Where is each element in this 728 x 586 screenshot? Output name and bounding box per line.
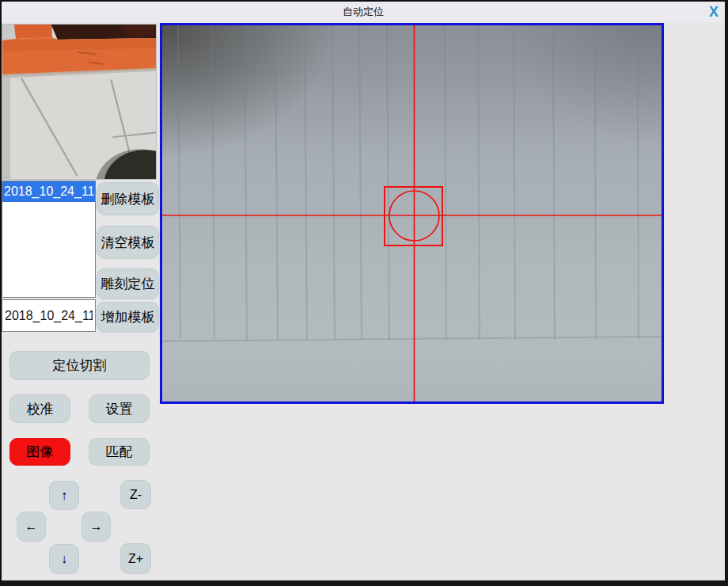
template-thumbnail [2, 24, 157, 180]
title-bar: 自动定位 [2, 2, 725, 22]
position-cut-button[interactable]: 定位切割 [9, 351, 150, 380]
camera-feed-image [162, 25, 662, 401]
template-name-input[interactable] [2, 299, 96, 332]
settings-button[interactable]: 设置 [89, 394, 150, 423]
add-template-button[interactable]: 增加模板 [97, 302, 159, 333]
window-title: 自动定位 [343, 5, 384, 19]
calibrate-button[interactable]: 校准 [9, 394, 70, 423]
delete-template-button[interactable]: 删除模板 [97, 182, 159, 215]
camera-view [160, 23, 664, 404]
jog-z-plus-button[interactable]: Z+ [120, 543, 151, 574]
jog-z-minus-button[interactable]: Z- [120, 480, 151, 509]
close-icon[interactable]: X [704, 3, 723, 21]
auto-positioning-window: 自动定位 X [0, 0, 728, 586]
jog-up-button[interactable]: ↑ [49, 481, 79, 510]
engrave-position-button[interactable]: 雕刻定位 [97, 268, 159, 299]
template-list-item[interactable]: 2018_10_24_11 [2, 181, 95, 202]
template-thumbnail-image [2, 25, 156, 179]
template-list: 2018_10_24_11 [2, 181, 96, 298]
image-button[interactable]: 图像 [9, 438, 70, 466]
jog-right-button[interactable]: → [82, 512, 111, 542]
jog-down-button[interactable]: ↓ [49, 544, 79, 574]
match-button[interactable]: 匹配 [89, 438, 150, 466]
clear-templates-button[interactable]: 清空模板 [97, 226, 159, 259]
jog-left-button[interactable]: ← [17, 512, 46, 542]
